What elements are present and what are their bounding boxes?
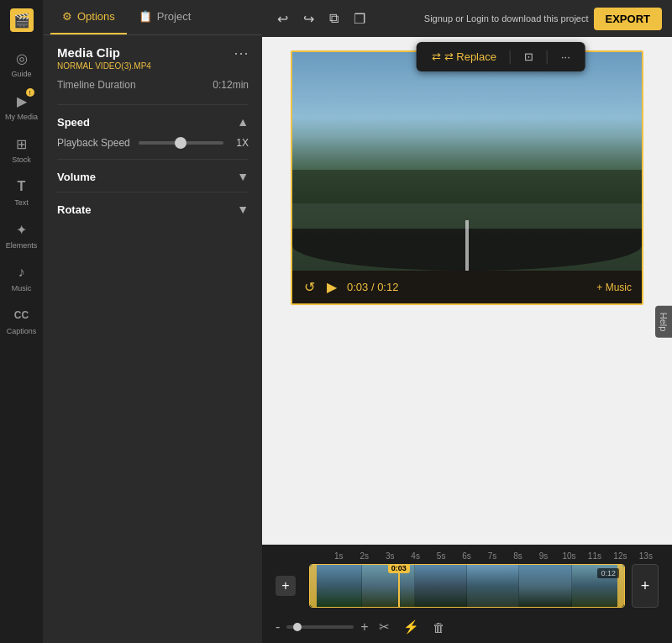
ruler-tick-12s: 12s bbox=[607, 551, 633, 561]
ruler-tick-4s: 4s bbox=[402, 551, 428, 561]
ruler-tick-2s: 2s bbox=[351, 551, 376, 561]
ruler-tick-11s: 11s bbox=[582, 551, 607, 561]
media-clip-header: Media Clip NORMAL VIDEO(3).MP4 ⋯ bbox=[57, 45, 249, 71]
playback-speed-label: Playback Speed bbox=[57, 137, 130, 149]
timeline-bottom-controls: - + ✂ ⚡ 🗑 bbox=[262, 613, 672, 643]
playhead-time-label: 0:03 bbox=[388, 564, 410, 573]
dashboard-overlay bbox=[292, 229, 642, 271]
speed-section-title: Speed bbox=[57, 116, 90, 129]
video-preview-container: ↺ ▶ 0:03 / 0:12 + Music bbox=[262, 37, 672, 545]
app-logo: 🎬 bbox=[8, 7, 35, 34]
media-clip-title: Media Clip bbox=[57, 45, 151, 60]
zoom-in-button[interactable]: + bbox=[360, 619, 368, 635]
icon-sidebar: 🎬 ◎ Guide ▶ ! My Media ⊞ Stock T Text ✦ … bbox=[0, 0, 44, 643]
timeline-playhead[interactable]: 0:03 bbox=[398, 565, 400, 607]
sidebar-item-music[interactable]: ♪ Music bbox=[0, 256, 43, 299]
replace-button[interactable]: ⇄ ⇄ Replace bbox=[425, 47, 503, 66]
options-tab-icon: ⚙ bbox=[62, 10, 72, 23]
redo-button[interactable]: ↪ bbox=[298, 8, 319, 30]
volume-section-title: Volume bbox=[57, 171, 96, 183]
captions-icon: CC bbox=[13, 306, 31, 324]
help-tab[interactable]: Help bbox=[655, 305, 672, 338]
track-handle-left[interactable] bbox=[310, 565, 317, 607]
speed-value: 1X bbox=[232, 137, 249, 149]
add-track-button[interactable]: + bbox=[276, 576, 296, 596]
media-clip-more-button[interactable]: ⋯ bbox=[234, 45, 249, 61]
logo-icon: 🎬 bbox=[10, 8, 34, 32]
speed-slider-thumb[interactable] bbox=[175, 137, 186, 149]
tab-options[interactable]: ⚙ Options bbox=[50, 0, 127, 34]
signup-notice: Signup or Login to download this project bbox=[424, 13, 589, 24]
panel-tabs: ⚙ Options 📋 Project bbox=[44, 0, 262, 35]
replace-icon: ⇄ bbox=[432, 50, 441, 63]
duplicate-button[interactable]: ❐ bbox=[349, 8, 370, 30]
zoom-slider[interactable] bbox=[286, 625, 354, 629]
sidebar-item-stock[interactable]: ⊞ Stock bbox=[0, 128, 43, 171]
speed-slider-container bbox=[139, 141, 223, 145]
ruler-tick-3s: 3s bbox=[377, 551, 402, 561]
more-options-button[interactable]: ··· bbox=[554, 47, 577, 66]
my-media-icon: ▶ ! bbox=[13, 92, 31, 110]
project-tab-icon: 📋 bbox=[139, 10, 152, 23]
music-icon: ♪ bbox=[13, 263, 31, 282]
ruler-tick-8s: 8s bbox=[505, 551, 530, 561]
speed-section-header[interactable]: Speed ▲ bbox=[57, 104, 249, 137]
toolbar-divider-2 bbox=[547, 50, 548, 64]
restart-button[interactable]: ↺ bbox=[302, 277, 317, 297]
sidebar-item-guide[interactable]: ◎ Guide bbox=[0, 42, 43, 85]
sidebar-item-elements[interactable]: ✦ Elements bbox=[0, 213, 43, 256]
ruler-tick-10s: 10s bbox=[556, 551, 581, 561]
track-time-badge: 0:12 bbox=[597, 568, 619, 578]
export-button[interactable]: EXPORT bbox=[594, 8, 662, 30]
rotate-section-title: Rotate bbox=[57, 203, 91, 216]
speed-section-arrow: ▲ bbox=[237, 115, 249, 129]
copy-button[interactable]: ⧉ bbox=[324, 8, 344, 29]
track-thumb-3 bbox=[415, 565, 467, 607]
toolbar-divider bbox=[510, 50, 511, 64]
play-button[interactable]: ▶ bbox=[325, 277, 339, 297]
undo-button[interactable]: ↩ bbox=[272, 8, 293, 30]
volume-section-arrow: ▼ bbox=[237, 170, 249, 183]
timeline-area: 1s 2s 3s 4s 5s 6s 7s 8s 9s 10s 11s 12s 1… bbox=[262, 545, 672, 643]
sidebar-item-text[interactable]: T Text bbox=[0, 171, 43, 213]
stock-icon: ⊞ bbox=[13, 134, 31, 153]
timeline-duration-label: Timeline Duration bbox=[57, 79, 136, 91]
video-controls: ↺ ▶ 0:03 / 0:12 + Music bbox=[292, 271, 642, 303]
elements-icon: ✦ bbox=[13, 220, 31, 239]
panel-content: Media Clip NORMAL VIDEO(3).MP4 ⋯ Timelin… bbox=[44, 35, 262, 643]
trim-tool-button[interactable]: ✂ bbox=[375, 618, 393, 636]
options-panel: ⚙ Options 📋 Project Media Clip NORMAL VI… bbox=[44, 0, 262, 643]
video-time-display: 0:03 / 0:12 bbox=[347, 281, 398, 293]
ruler-tick-9s: 9s bbox=[531, 551, 556, 561]
ruler-tick-1s: 1s bbox=[326, 551, 351, 561]
sidebar-item-my-media[interactable]: ▶ ! My Media bbox=[0, 85, 43, 128]
rotate-section-arrow: ▼ bbox=[237, 203, 249, 216]
volume-section-header[interactable]: Volume ▼ bbox=[57, 159, 249, 192]
ruler-tick-5s: 5s bbox=[428, 551, 454, 561]
delete-tool-button[interactable]: 🗑 bbox=[429, 619, 449, 636]
ruler-tick-13s: 13s bbox=[633, 551, 659, 561]
timeline-track-inner bbox=[310, 565, 624, 607]
zoom-slider-thumb[interactable] bbox=[293, 623, 302, 631]
guide-icon: ◎ bbox=[13, 49, 31, 67]
video-frame bbox=[292, 52, 642, 271]
timeline-track[interactable]: 0:03 0:12 bbox=[309, 564, 625, 608]
floating-toolbar: ⇄ ⇄ Replace ⊡ ··· bbox=[417, 42, 585, 71]
add-track-end-button[interactable]: + bbox=[632, 564, 659, 608]
timeline-ruler: 1s 2s 3s 4s 5s 6s 7s 8s 9s 10s 11s 12s 1… bbox=[262, 550, 672, 564]
zoom-out-button[interactable]: - bbox=[276, 619, 280, 635]
rotate-section-header[interactable]: Rotate ▼ bbox=[57, 192, 249, 224]
speed-slider[interactable] bbox=[139, 141, 223, 145]
tab-project[interactable]: 📋 Project bbox=[127, 0, 202, 34]
playback-speed-row: Playback Speed 1X bbox=[57, 137, 249, 149]
ruler-tick-7s: 7s bbox=[480, 551, 505, 561]
track-thumb-5 bbox=[519, 565, 571, 607]
add-music-button[interactable]: + Music bbox=[596, 282, 632, 293]
split-tool-button[interactable]: ⚡ bbox=[400, 618, 423, 636]
media-clip-info: Media Clip NORMAL VIDEO(3).MP4 bbox=[57, 45, 151, 71]
sidebar-item-captions[interactable]: CC Captions bbox=[0, 299, 43, 342]
crop-button[interactable]: ⊡ bbox=[517, 47, 540, 66]
main-area: ↩ ↪ ⧉ ❐ Signup or Login to download this… bbox=[262, 0, 672, 643]
track-thumb-4 bbox=[467, 565, 519, 607]
text-icon: T bbox=[13, 177, 31, 196]
